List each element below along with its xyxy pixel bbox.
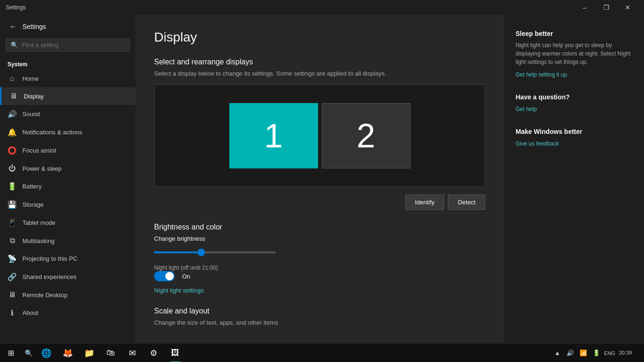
taskbar-time-value: 20:39 [619,349,632,356]
right-link-0[interactable]: Get help setting it up [516,71,567,78]
storage-icon: 💾 [7,200,17,209]
detect-button[interactable]: Detect [448,195,485,210]
right-link-1[interactable]: Get help [516,106,537,112]
scale-desc: Change the size of text, apps, and other… [154,319,485,326]
right-panel: Sleep betterNight light can help you get… [504,15,644,343]
app-layout: ← Settings 🔍 System ⌂Home🖥Display🔊Sound🔔… [0,15,644,343]
sidebar-item-sound[interactable]: 🔊Sound [0,105,135,123]
restore-button[interactable]: ❐ [595,0,617,15]
brightness-slider[interactable] [154,251,276,253]
sidebar-item-notifications[interactable]: 🔔Notifications & actions [0,123,135,141]
start-button[interactable]: ⊞ [0,344,21,362]
search-box[interactable]: 🔍 [6,38,130,52]
sidebar-item-display[interactable]: 🖥Display [0,87,135,105]
sidebar-item-label-multitasking: Multitasking [22,237,55,244]
app-title: Settings [6,4,574,11]
right-section-1: Have a question?Get help [516,93,633,113]
monitor-2-label: 2 [356,117,375,155]
focus-icon: ⭕ [7,146,17,155]
close-button[interactable]: ✕ [617,0,638,15]
night-light-toggle[interactable] [154,271,175,281]
night-light-settings-link[interactable]: Night light settings [154,287,485,294]
taskbar-app-explorer[interactable]: 📁 [78,344,100,362]
identify-button[interactable]: Identify [405,195,445,210]
taskbar-lang-label[interactable]: ENG [604,344,615,362]
sidebar-item-label-remote: Remote Desktop [22,292,68,299]
sidebar-item-label-home: Home [22,75,39,82]
sidebar-item-label-power: Power & sleep [22,165,62,172]
taskbar-corner [636,344,640,362]
right-section-0: Sleep betterNight light can help you get… [516,30,633,78]
sidebar-item-home[interactable]: ⌂Home [0,70,135,87]
scale-heading: Scale and layout [154,307,485,315]
taskbar-app-store[interactable]: 🛍 [100,344,121,362]
taskbar-chevron-icon[interactable]: ▲ [552,344,563,362]
battery-icon: 🔋 [7,182,17,191]
right-link-2[interactable]: Give us feedback [516,140,559,147]
night-light-section: Night light (off until 21:00) On Night l… [154,265,485,294]
taskbar-app-mail[interactable]: ✉ [121,344,143,362]
select-displays-desc: Select a display below to change its set… [154,70,485,77]
right-section-2: Make Windows betterGive us feedback [516,128,633,147]
sidebar-item-projecting[interactable]: 📡Projecting to this PC [0,250,135,268]
sidebar-item-label-projecting: Projecting to this PC [22,255,78,262]
right-text-0: Night light can help you get to sleep by… [516,41,633,66]
sidebar-item-remote[interactable]: 🖥Remote Desktop [0,286,135,304]
sidebar-item-storage[interactable]: 💾Storage [0,195,135,214]
toggle-state-label: On [182,273,190,280]
sidebar-item-label-focus: Focus assist [22,147,56,154]
sound-icon: 🔊 [7,110,17,118]
taskbar-clock[interactable]: 20:39 [617,349,634,356]
taskbar-right: ▲ 🔊 📶 🔋 ENG 20:39 [548,344,644,362]
taskbar-app-firefox[interactable]: 🦊 [57,344,78,362]
search-input[interactable] [22,42,125,49]
title-bar: Settings – ❐ ✕ [0,0,644,15]
display-preview: 1 2 [154,84,485,187]
brightness-label: Change brightness [154,235,485,242]
main-content: Display Select and rearrange displays Se… [135,15,504,343]
taskbar-search[interactable]: 🔍 [21,344,35,362]
right-heading-1: Have a question? [516,93,633,101]
sidebar-header: ← Settings [0,15,135,38]
window-controls: – ❐ ✕ [574,0,638,15]
display-icon: 🖥 [9,92,18,100]
sidebar-item-about[interactable]: ℹAbout [0,304,135,322]
sidebar-item-label-sound: Sound [22,111,40,118]
home-icon: ⌂ [7,74,17,83]
sidebar: ← Settings 🔍 System ⌂Home🖥Display🔊Sound🔔… [0,15,135,343]
show-desktop-button[interactable] [637,344,640,362]
sidebar-item-power[interactable]: ⏻Power & sleep [0,160,135,177]
taskbar-app-settings[interactable]: ⚙ [143,344,164,362]
sidebar-item-label-storage: Storage [22,201,44,208]
right-heading-0: Sleep better [516,30,633,37]
taskbar-app-edge[interactable]: 🌐 [35,344,57,362]
sidebar-section-label: System [0,57,135,70]
sidebar-item-tablet[interactable]: 📱Tablet mode [0,214,135,232]
sidebar-item-label-shared: Shared experiences [22,273,77,280]
sidebar-item-battery[interactable]: 🔋Battery [0,177,135,195]
sidebar-item-label-notifications: Notifications & actions [22,129,82,136]
taskbar-battery-icon[interactable]: 🔋 [591,344,602,362]
minimize-button[interactable]: – [574,0,595,15]
sidebar-item-focus[interactable]: ⭕Focus assist [0,141,135,160]
sidebar-item-shared[interactable]: 🔗Shared experiences [0,268,135,286]
remote-icon: 🖥 [7,291,17,299]
back-button[interactable]: ← [7,21,19,33]
monitor-1[interactable]: 1 [229,103,318,168]
display-actions: Identify Detect [154,195,485,210]
sidebar-item-multitasking[interactable]: ⧉Multitasking [0,232,135,250]
taskbar-volume-icon[interactable]: 🔊 [565,344,576,362]
taskbar-app-photos[interactable]: 🖼 [164,344,186,362]
taskbar: ⊞ 🔍 🌐 🦊 📁 🛍 ✉ ⚙ 🖼 ▲ 🔊 📶 🔋 ENG 20:39 [0,343,644,362]
sidebar-item-label-battery: Battery [22,183,42,190]
projecting-icon: 📡 [7,254,17,263]
taskbar-apps: 🌐 🦊 📁 🛍 ✉ ⚙ 🖼 [35,344,548,362]
monitor-1-label: 1 [264,117,283,155]
about-icon: ℹ [7,308,17,317]
sidebar-item-label-tablet: Tablet mode [22,219,56,226]
taskbar-network-icon[interactable]: 📶 [578,344,589,362]
right-sections: Sleep betterNight light can help you get… [516,30,633,147]
power-icon: ⏻ [7,164,17,173]
monitor-2[interactable]: 2 [322,103,410,168]
sidebar-item-label-display: Display [24,93,44,100]
